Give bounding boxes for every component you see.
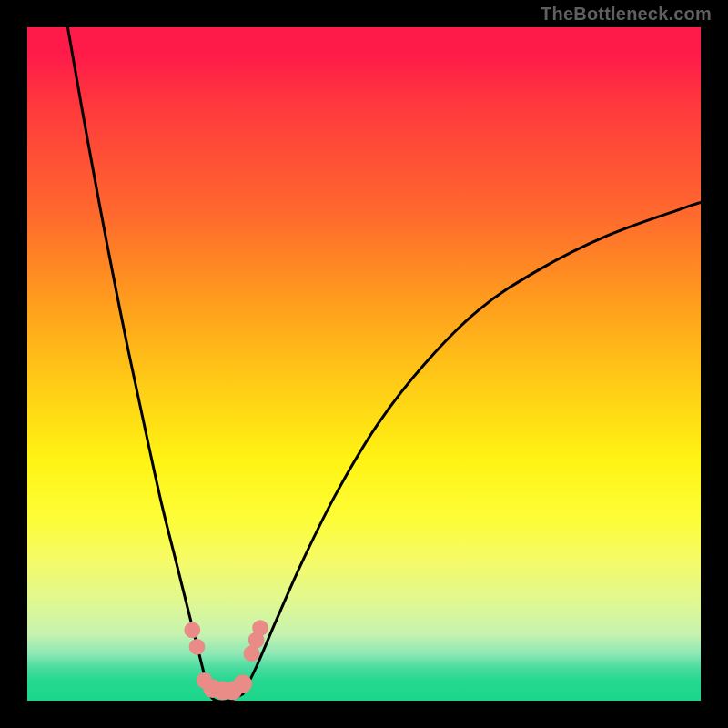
marker-dot <box>233 674 252 693</box>
curve-right-branch <box>243 202 701 693</box>
marker-dot <box>184 622 200 638</box>
plot-area <box>27 27 701 701</box>
curves-svg <box>27 27 701 701</box>
attribution-label: TheBottleneck.com <box>541 4 712 25</box>
chart-frame: TheBottleneck.com <box>0 0 728 728</box>
curve-left-branch <box>67 27 208 694</box>
marker-dot <box>252 620 268 636</box>
marker-dot <box>189 639 206 655</box>
